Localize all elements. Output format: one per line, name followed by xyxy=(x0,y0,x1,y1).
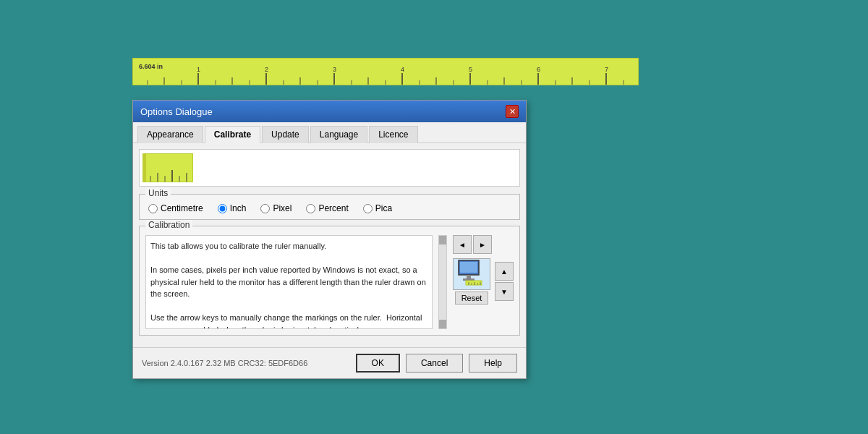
svg-text:5: 5 xyxy=(469,66,472,73)
unit-centimetre[interactable]: Centimetre xyxy=(148,203,203,213)
svg-text:3: 3 xyxy=(333,66,336,73)
calibration-legend: Calibration xyxy=(145,220,192,230)
reset-area: Reset xyxy=(453,258,490,305)
dialog-body: Units Centimetre Inch Pixel Percent xyxy=(133,143,526,347)
scroll-thumb-bottom[interactable] xyxy=(439,320,446,328)
dialog-titlebar: Options Dialogue ✕ xyxy=(133,101,526,122)
tab-update[interactable]: Update xyxy=(262,126,309,143)
unit-pica-radio[interactable] xyxy=(363,204,373,213)
calibration-text: This tab allows you to calibrate the rul… xyxy=(145,235,433,329)
unit-centimetre-radio[interactable] xyxy=(148,204,158,213)
down-arrow-button[interactable]: ▼ xyxy=(495,282,514,301)
options-dialog: Options Dialogue ✕ Appearance Calibrate … xyxy=(132,100,527,379)
version-info: Version 2.4.0.167 2.32 MB CRC32: 5EDF6D6… xyxy=(142,359,307,367)
units-radio-group: Centimetre Inch Pixel Percent Pica xyxy=(148,200,511,213)
calibration-section: Calibration This tab allows you to calib… xyxy=(139,226,520,336)
svg-text:1: 1 xyxy=(197,66,200,73)
unit-inch-radio[interactable] xyxy=(218,204,227,213)
tab-language[interactable]: Language xyxy=(310,126,367,143)
ruler-preview-image xyxy=(142,153,193,182)
unit-pica[interactable]: Pica xyxy=(363,203,392,213)
dialog-title: Options Dialogue xyxy=(140,106,213,117)
reset-button[interactable]: Reset xyxy=(455,292,489,305)
ok-button[interactable]: OK xyxy=(356,354,400,373)
svg-text:4: 4 xyxy=(401,66,404,73)
unit-percent-radio[interactable] xyxy=(306,204,315,213)
cancel-button[interactable]: Cancel xyxy=(406,354,463,373)
unit-pixel-label: Pixel xyxy=(273,203,292,213)
unit-pica-label: Pica xyxy=(375,203,392,213)
scrollbar[interactable] xyxy=(438,235,447,329)
left-arrow-button[interactable]: ◄ xyxy=(453,235,472,254)
tab-appearance[interactable]: Appearance xyxy=(137,126,203,143)
calibration-content: This tab allows you to calibrate the rul… xyxy=(145,235,514,329)
dialog-footer: Version 2.4.0.167 2.32 MB CRC32: 5EDF6D6… xyxy=(133,347,526,378)
vertical-arrows: ▲ ▼ xyxy=(495,262,514,301)
svg-text:2: 2 xyxy=(265,66,268,73)
svg-text:7: 7 xyxy=(605,66,608,73)
up-arrow-button[interactable]: ▲ xyxy=(495,262,514,281)
svg-text:6.604 in: 6.604 in xyxy=(139,63,163,70)
tab-bar: Appearance Calibrate Update Language Lic… xyxy=(133,122,526,143)
tab-licence[interactable]: Licence xyxy=(369,126,417,143)
svg-rect-38 xyxy=(143,154,146,182)
scroll-thumb[interactable] xyxy=(439,236,446,244)
calibration-controls: ◄ ► xyxy=(453,235,514,329)
ruler-bar: 6.604 in // We'll draw ticks inline via … xyxy=(132,58,639,85)
reset-row: Reset ▲ ▼ xyxy=(453,258,514,305)
unit-centimetre-label: Centimetre xyxy=(161,203,203,213)
reset-icon xyxy=(453,258,490,290)
calibration-description: This tab allows you to calibrate the rul… xyxy=(150,242,426,329)
unit-pixel[interactable]: Pixel xyxy=(260,203,292,213)
svg-rect-49 xyxy=(466,281,482,285)
svg-rect-47 xyxy=(467,275,471,278)
units-section: Units Centimetre Inch Pixel Percent xyxy=(139,194,520,220)
unit-pixel-radio[interactable] xyxy=(260,204,270,213)
horizontal-arrows: ◄ ► xyxy=(453,235,514,254)
right-arrow-button[interactable]: ► xyxy=(473,235,492,254)
unit-inch-label: Inch xyxy=(230,203,247,213)
unit-percent[interactable]: Percent xyxy=(306,203,348,213)
svg-rect-46 xyxy=(460,262,477,273)
unit-percent-label: Percent xyxy=(318,203,348,213)
help-button[interactable]: Help xyxy=(469,354,517,373)
close-button[interactable]: ✕ xyxy=(506,105,519,118)
units-legend: Units xyxy=(145,188,171,198)
tab-calibrate[interactable]: Calibrate xyxy=(205,126,260,143)
unit-inch[interactable]: Inch xyxy=(218,203,247,213)
ruler-preview xyxy=(139,149,520,187)
footer-buttons: OK Cancel Help xyxy=(356,354,517,373)
svg-text:6: 6 xyxy=(537,66,540,73)
